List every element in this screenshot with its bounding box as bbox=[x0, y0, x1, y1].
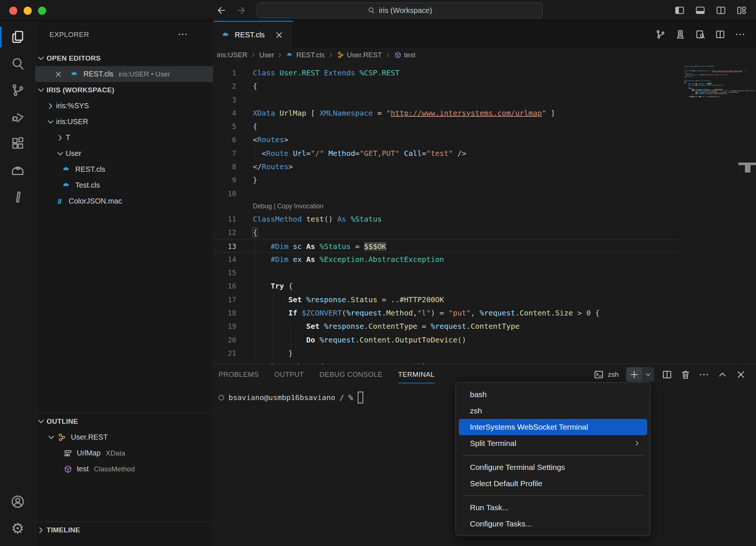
panel-more-actions-icon[interactable] bbox=[698, 369, 709, 380]
line-number[interactable]: 15 bbox=[213, 266, 236, 279]
code-line-22[interactable]: 22 } Catch ex {Set sc = ex.AsStatus()} bbox=[213, 360, 678, 364]
open-editor-rest-cls[interactable]: REST.clsiris:USER • User bbox=[35, 66, 213, 82]
activity-item-search[interactable] bbox=[0, 50, 35, 77]
breadcrumb-item-rest-cls[interactable]: REST.cls bbox=[286, 51, 324, 59]
tree-item-iris-sys[interactable]: iris:%SYS bbox=[35, 98, 213, 114]
line-number[interactable]: 9 bbox=[213, 173, 236, 187]
code-line-9[interactable]: 9} bbox=[213, 173, 678, 187]
tree-item-user[interactable]: User bbox=[35, 146, 213, 161]
open-changes-icon[interactable] bbox=[695, 29, 706, 40]
tree-item-iris-user[interactable]: iris:USER bbox=[35, 114, 213, 130]
breadcrumb-item-iris-user[interactable]: iris:USER bbox=[217, 51, 247, 59]
activity-item-explorer[interactable] bbox=[0, 24, 35, 50]
chevron-right-icon[interactable] bbox=[45, 101, 56, 111]
line-number[interactable]: 13 bbox=[213, 240, 236, 253]
line-number[interactable]: 17 bbox=[213, 293, 236, 306]
code-line-20[interactable]: 20 Do %request.Content.OutputToDevice() bbox=[213, 333, 678, 347]
code-editor[interactable]: 1Class User.REST Extends %CSP.REST2{34XD… bbox=[213, 62, 756, 364]
section-header-open-editors[interactable]: OPEN EDITORS bbox=[35, 50, 213, 66]
breadcrumb-item-user[interactable]: User bbox=[259, 51, 274, 59]
line-number[interactable]: 14 bbox=[213, 253, 236, 266]
chevron-down-icon[interactable] bbox=[35, 85, 47, 95]
chevron-down-icon[interactable] bbox=[55, 149, 66, 158]
menu-item-configure-tasks[interactable]: Configure Tasks... bbox=[459, 516, 647, 532]
activity-item-objectscript[interactable] bbox=[0, 183, 35, 210]
menu-item-run-task[interactable]: Run Task... bbox=[459, 499, 647, 516]
line-number[interactable]: 19 bbox=[213, 320, 236, 333]
code-line-4[interactable]: 4XData UrlMap [ XMLNamespace = "http://w… bbox=[213, 106, 678, 120]
code-line-6[interactable]: 6<Routes> bbox=[213, 133, 678, 146]
activity-item-source-control[interactable] bbox=[0, 77, 35, 103]
code-line-12[interactable]: 12{ bbox=[213, 226, 678, 239]
codelens[interactable]: Debug | Copy Invocation bbox=[213, 200, 678, 212]
window-minimize-button[interactable] bbox=[24, 7, 32, 15]
menu-item-intersystems-websocket-terminal[interactable]: InterSystems WebSocket Terminal bbox=[459, 419, 647, 435]
panel-tab-terminal[interactable]: TERMINAL bbox=[398, 364, 434, 385]
close-panel-icon[interactable] bbox=[735, 369, 746, 380]
activity-item-run-debug[interactable] bbox=[0, 103, 35, 130]
tab-close-icon[interactable] bbox=[274, 30, 284, 40]
chevron-down-icon[interactable] bbox=[46, 433, 57, 442]
outline-item-test[interactable]: testClassMethod bbox=[35, 461, 213, 477]
activity-item-settings[interactable]: ⚙ bbox=[0, 515, 35, 542]
line-number[interactable]: 8 bbox=[213, 160, 236, 173]
terminal-profile-chip[interactable]: zsh bbox=[593, 369, 619, 380]
workspace-search-box[interactable]: iris (Workspace) bbox=[257, 3, 543, 18]
split-terminal-icon[interactable] bbox=[662, 369, 673, 380]
customize-layout-icon[interactable] bbox=[736, 5, 747, 16]
code-line-18[interactable]: 18 If $ZCONVERT(%request.Method,"l") = "… bbox=[213, 306, 678, 320]
line-number[interactable]: 16 bbox=[213, 279, 236, 293]
line-number[interactable]: 22 bbox=[213, 360, 236, 364]
panel-tab-debug-console[interactable]: DEBUG CONSOLE bbox=[319, 364, 382, 385]
toggle-primary-sidebar-icon[interactable] bbox=[674, 5, 685, 16]
maximize-panel-icon[interactable] bbox=[717, 369, 728, 380]
code-line-15[interactable]: 15 bbox=[213, 266, 678, 279]
chevron-down-icon[interactable] bbox=[35, 54, 47, 63]
line-number[interactable]: 4 bbox=[213, 106, 236, 120]
tree-item-rest-cls[interactable]: REST.cls bbox=[35, 161, 213, 177]
terminal-profile-dropdown-icon[interactable] bbox=[642, 367, 654, 382]
more-actions-icon[interactable] bbox=[177, 29, 188, 40]
line-number[interactable]: 2 bbox=[213, 79, 236, 93]
code-line-17[interactable]: 17 Set %response.Status = ..#HTTP200OK bbox=[213, 293, 678, 306]
menu-item-zsh[interactable]: zsh bbox=[459, 403, 647, 419]
breadcrumb-item-user-rest[interactable]: User.REST bbox=[337, 51, 382, 59]
tab-rest-cls[interactable]: REST.cls bbox=[213, 21, 293, 48]
line-number[interactable]: 6 bbox=[213, 133, 236, 146]
activity-item-extensions[interactable] bbox=[0, 130, 35, 157]
chevron-right-icon[interactable] bbox=[35, 525, 47, 535]
server-actions-icon[interactable] bbox=[675, 29, 686, 40]
split-editor-icon[interactable] bbox=[715, 29, 726, 40]
code-line-2[interactable]: 2{ bbox=[213, 79, 678, 93]
code-line-5[interactable]: 5{ bbox=[213, 120, 678, 133]
code-line-19[interactable]: 19 Set %response.ContentType = %request.… bbox=[213, 320, 678, 333]
chevron-right-icon[interactable] bbox=[55, 133, 66, 143]
panel-tab-problems[interactable]: PROBLEMS bbox=[219, 364, 259, 385]
code-lines[interactable]: 1Class User.REST Extends %CSP.REST2{34XD… bbox=[213, 66, 678, 364]
line-number[interactable]: 5 bbox=[213, 120, 236, 133]
code-line-13[interactable]: 13 #Dim sc As %Status = $$$OK bbox=[213, 239, 678, 253]
overview-ruler[interactable] bbox=[742, 62, 756, 364]
section-header-timeline[interactable]: TIMELINE bbox=[35, 522, 213, 538]
menu-item-configure-terminal-settings[interactable]: Configure Terminal Settings bbox=[459, 459, 647, 475]
code-line-14[interactable]: 14 #Dim ex As %Exception.AbstractExcepti… bbox=[213, 253, 678, 266]
menu-item-bash[interactable]: bash bbox=[459, 386, 647, 403]
panel-tab-output[interactable]: OUTPUT bbox=[274, 364, 304, 385]
nav-back-icon[interactable] bbox=[216, 5, 227, 16]
line-number[interactable]: 10 bbox=[213, 187, 236, 200]
code-line-11[interactable]: 11ClassMethod test() As %Status bbox=[213, 212, 678, 226]
kill-terminal-icon[interactable] bbox=[680, 369, 691, 380]
more-actions-icon[interactable] bbox=[735, 29, 746, 40]
tree-item-colorjson-mac[interactable]: ColorJSON.mac bbox=[35, 193, 213, 209]
new-terminal-icon[interactable] bbox=[626, 367, 642, 382]
command-decoration-icon[interactable] bbox=[219, 395, 224, 400]
line-number[interactable]: 7 bbox=[213, 147, 236, 160]
section-header-iris-workspace[interactable]: IRIS (WORKSPACE) bbox=[35, 82, 213, 98]
outline-item-user-rest[interactable]: User.REST bbox=[35, 429, 213, 445]
line-number[interactable]: 1 bbox=[213, 66, 236, 79]
activity-item-accounts[interactable] bbox=[0, 488, 35, 515]
window-zoom-button[interactable] bbox=[38, 7, 46, 15]
code-line-10[interactable]: 10 bbox=[213, 187, 678, 200]
tree-item-t[interactable]: T bbox=[35, 130, 213, 146]
activity-item-intersystems-tools[interactable] bbox=[0, 157, 35, 183]
